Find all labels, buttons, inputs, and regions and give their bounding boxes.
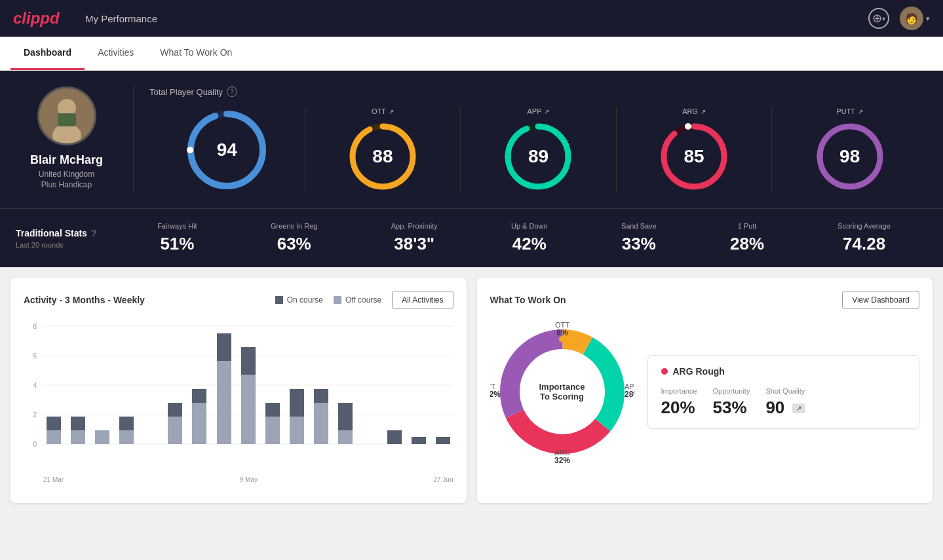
stat-fairways-value: 51% (157, 234, 197, 254)
metric-shot-quality: Shot Quality 90 ↗ (765, 387, 805, 418)
logo: clippd (13, 9, 72, 28)
bar-stack[interactable] (412, 437, 426, 444)
stat-putt-label: 1 Putt (730, 222, 764, 230)
legend-on-course: On course (275, 295, 323, 305)
bar-on-course (71, 417, 85, 430)
main-gauge: 94 (184, 107, 269, 193)
ott-gauge-item: OTT ↗ 88 (305, 107, 461, 193)
bar-on-course (119, 417, 134, 430)
app-value: 89 (528, 146, 548, 167)
metric-shot-quality-value: 90 ↗ (765, 398, 805, 418)
bar-off-course (217, 361, 231, 444)
bar-group (336, 320, 356, 444)
bar-stack[interactable] (338, 403, 353, 444)
bar-on-course (338, 403, 353, 430)
quality-section: Total Player Quality ? 94 OTT (134, 86, 927, 193)
work-detail-card: ARG Rough Importance 20% Opportunity 53%… (647, 355, 920, 429)
bar-stack[interactable] (71, 417, 85, 444)
bar-stack[interactable] (290, 389, 304, 444)
svg-point-35 (611, 388, 618, 395)
svg-text:28%: 28% (625, 390, 634, 399)
bar-stack[interactable] (265, 403, 280, 444)
stats-help-icon[interactable]: ? (91, 228, 97, 238)
bar-stack[interactable] (95, 430, 109, 444)
arg-gauge: 85 (658, 121, 730, 193)
bar-stack[interactable] (387, 430, 402, 444)
putt-gauge-item: PUTT ↗ 98 (772, 107, 927, 193)
ott-value: 88 (372, 146, 393, 167)
bar-stack[interactable] (168, 403, 182, 444)
bar-stack[interactable] (192, 389, 206, 444)
donut-line2: To Scoring (539, 392, 585, 401)
work-content: OTT 8% APP 28% ARG 32% PUTT 32% Importan… (490, 320, 920, 464)
arg-arrow-icon: ↗ (701, 108, 706, 115)
x-label-2: 9 May (240, 476, 258, 483)
bar-stack[interactable] (119, 417, 134, 444)
card-title: ARG Rough (661, 366, 906, 377)
metric-shot-quality-label: Shot Quality (765, 387, 805, 395)
bar-group (286, 320, 307, 444)
stats-bar: Traditional Stats ? Last 20 rounds Fairw… (0, 208, 943, 267)
nav-tabs: Dashboard Activities What To Work On (0, 37, 943, 71)
stat-scoring: Scoring Average 74.28 (837, 222, 891, 254)
arg-label: ARG ↗ (682, 107, 706, 115)
player-country: United Kingdom (39, 170, 94, 179)
bar-stack[interactable] (217, 333, 231, 444)
stat-sand-label: Sand Save (621, 222, 657, 230)
bar-stack[interactable] (314, 389, 328, 444)
main-gauge-item: 94 (149, 107, 305, 193)
card-dot-icon (661, 368, 668, 375)
help-icon[interactable]: ? (227, 86, 237, 97)
bar-group (311, 320, 332, 444)
arg-value: 85 (684, 146, 704, 167)
bar-stack[interactable] (436, 437, 450, 444)
stat-sand-value: 33% (621, 234, 657, 254)
putt-arrow-icon: ↗ (858, 108, 863, 115)
bar-group (67, 320, 88, 444)
svg-text:8%: 8% (556, 328, 568, 337)
bar-off-course (47, 430, 61, 444)
tab-activities[interactable]: Activities (85, 37, 147, 70)
bar-stack[interactable] (47, 417, 61, 444)
ott-gauge: 88 (347, 121, 419, 193)
work-panel-header: What To Work On View Dashboard (490, 291, 920, 309)
bar-on-course (217, 333, 231, 361)
header-right: ⊕ ▾ 🧑 ▾ (868, 7, 930, 30)
bar-on-course (436, 437, 450, 444)
x-label-1: 21 Mar (43, 476, 64, 483)
player-info: Blair McHarg United Kingdom Plus Handica… (16, 86, 134, 193)
stat-up-down-label: Up & Down (511, 222, 548, 230)
svg-text:clippd: clippd (13, 9, 60, 27)
player-name: Blair McHarg (30, 153, 103, 167)
donut-chart: OTT 8% APP 28% ARG 32% PUTT 32% Importan… (490, 320, 634, 464)
stats-items: Fairways Hit 51% Greens In Reg 63% App. … (121, 222, 927, 254)
view-dashboard-button[interactable]: View Dashboard (842, 291, 919, 309)
chart-legend: On course Off course (275, 295, 382, 305)
player-handicap: Plus Handicap (41, 180, 92, 189)
app-arrow-icon: ↗ (544, 108, 549, 115)
stat-sand: Sand Save 33% (621, 222, 657, 254)
bar-on-course (192, 389, 206, 403)
stat-up-down: Up & Down 42% (511, 222, 548, 254)
stat-up-down-value: 42% (511, 234, 548, 254)
stat-putt-value: 28% (730, 234, 764, 254)
bar-off-course (168, 417, 182, 444)
user-menu[interactable]: 🧑 ▾ (900, 7, 930, 30)
bar-stack[interactable] (241, 347, 256, 444)
tab-dashboard[interactable]: Dashboard (10, 37, 85, 70)
stat-fairways-label: Fairways Hit (157, 222, 197, 230)
work-panel-title: What To Work On (490, 295, 566, 305)
stat-scoring-value: 74.28 (837, 234, 891, 254)
bar-off-course (192, 403, 206, 444)
activity-panel-header: Activity - 3 Months - Weekly On course O… (24, 291, 453, 309)
metric-importance: Importance 20% (661, 387, 697, 418)
putt-value: 98 (839, 146, 860, 167)
x-axis-labels: 21 Mar 9 May 27 Jun (43, 476, 453, 483)
work-panel: What To Work On View Dashboard (477, 278, 933, 503)
main-gauge-value: 94 (217, 140, 237, 160)
all-activities-button[interactable]: All Activities (392, 291, 453, 309)
add-button[interactable]: ⊕ ▾ (868, 8, 889, 29)
tab-what-to-work-on[interactable]: What To Work On (147, 37, 245, 70)
stat-greens-label: Greens In Reg (271, 222, 318, 230)
gauges-container: 94 OTT ↗ 88 AP (149, 107, 927, 193)
